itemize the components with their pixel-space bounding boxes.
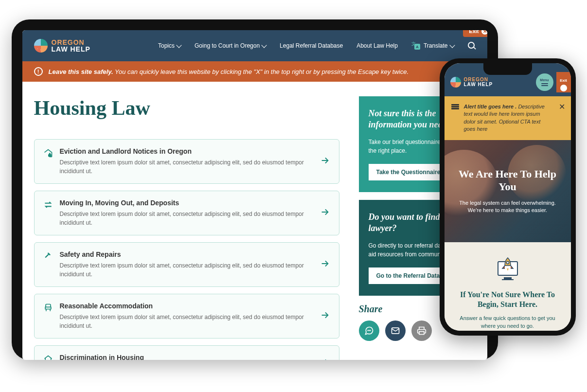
close-icon: ✕ — [481, 30, 487, 35]
card-desc: Descriptive text lorem ipsum dolor sit a… — [60, 313, 313, 330]
site-header: Exit ✕ OREGON LAW HELP Topics Going to C… — [22, 30, 487, 61]
phone-cta-section: If You're Not Sure Where To Begin, Start… — [445, 242, 571, 331]
card-desc: Descriptive text lorem ipsum dolor sit a… — [60, 158, 313, 176]
chair-icon — [43, 303, 53, 315]
hero-body: The legal system can feel overwhelming. … — [454, 199, 561, 214]
safety-alert-banner: ! Leave this site safely. You can quickl… — [22, 61, 487, 82]
svg-rect-7 — [504, 277, 512, 279]
hammer-icon — [43, 251, 53, 263]
card-desc: Descriptive text lorem ipsum dolor sit a… — [60, 261, 313, 279]
hero-title: We Are Here To Help You — [454, 168, 561, 194]
topic-card-eviction[interactable]: Eviction and Landlord Notices in OregonD… — [34, 139, 339, 184]
arrow-right-icon — [320, 357, 330, 360]
svg-rect-0 — [48, 155, 51, 157]
arrow-right-icon — [320, 207, 330, 219]
chevron-down-icon — [176, 42, 181, 48]
phone-header: OREGONLAW HELP Menu Exit ✕ — [445, 63, 571, 96]
card-title: Eviction and Landlord Notices in Oregon — [60, 147, 313, 155]
phone-exit-button[interactable]: Exit ✕ — [556, 72, 571, 92]
tablet-screen: Exit ✕ OREGON LAW HELP Topics Going to C… — [22, 30, 487, 360]
phone-alert-text: Alert title goes here . Descriptive text… — [464, 103, 553, 133]
take-questionnaire-button[interactable]: Take the Questionnaire — [369, 164, 448, 180]
chevron-down-icon — [261, 42, 267, 48]
nav-court[interactable]: Going to Court in Oregon — [195, 42, 266, 49]
tablet-device: Exit ✕ OREGON LAW HELP Topics Going to C… — [12, 19, 498, 360]
topic-card-safety[interactable]: Safety and RepairsDescriptive text lorem… — [34, 242, 339, 287]
logo-text: OREGON LAW HELP — [52, 39, 90, 53]
topic-card-discrimination[interactable]: Discrimination in HousingDescriptive tex… — [34, 345, 339, 360]
nav-about[interactable]: About Law Help — [356, 42, 398, 49]
logo-icon — [34, 39, 48, 53]
phone-alert-banner: Alert title goes here . Descriptive text… — [445, 96, 571, 140]
close-icon: ✕ — [560, 85, 567, 91]
transfer-icon — [43, 200, 53, 212]
nav-referral[interactable]: Legal Referral Database — [280, 42, 343, 49]
share-email-button[interactable] — [385, 321, 406, 341]
main-nav: Topics Going to Court in Oregon Legal Re… — [158, 42, 475, 50]
topic-card-accommodation[interactable]: Reasonable AccommodationDescriptive text… — [34, 294, 339, 339]
alert-icon: ! — [34, 67, 43, 76]
card-desc: Descriptive text lorem ipsum dolor sit a… — [60, 210, 313, 227]
nav-translate[interactable]: Translate — [411, 42, 454, 50]
house-icon — [43, 355, 53, 360]
svg-point-1 — [368, 330, 368, 331]
svg-rect-5 — [419, 331, 424, 334]
rocket-icon — [493, 254, 522, 281]
exit-label: Exit — [469, 30, 479, 34]
page-content: Housing Law Eviction and Landlord Notice… — [22, 82, 487, 360]
chevron-down-icon — [449, 42, 455, 48]
topic-card-moving[interactable]: Moving In, Moving Out, and DepositsDescr… — [34, 191, 339, 235]
card-title: Reasonable Accommodation — [60, 302, 313, 310]
phone-screen: OREGONLAW HELP Menu Exit ✕ Alert title g… — [445, 63, 571, 331]
card-title: Discrimination in Housing — [60, 354, 313, 360]
nav-topics[interactable]: Topics — [158, 42, 181, 49]
share-print-button[interactable] — [411, 321, 432, 341]
phone-hero: We Are Here To Help You The legal system… — [445, 140, 571, 242]
svg-rect-8 — [502, 279, 514, 280]
alert-text: Leave this site safely. You can quickly … — [49, 68, 409, 75]
site-logo[interactable]: OREGON LAW HELP — [34, 39, 90, 53]
phone-logo[interactable]: OREGONLAW HELP — [450, 77, 493, 88]
cta-title: If You're Not Sure Where To Begin, Start… — [454, 290, 561, 310]
svg-point-3 — [370, 330, 371, 331]
main-column: Housing Law Eviction and Landlord Notice… — [34, 96, 339, 360]
page-title: Housing Law — [34, 96, 339, 120]
share-chat-button[interactable] — [359, 321, 379, 341]
svg-point-9 — [506, 261, 509, 264]
menu-button[interactable]: Menu — [536, 73, 553, 91]
hamburger-icon — [541, 83, 548, 86]
arrow-right-icon — [320, 310, 330, 322]
close-icon[interactable]: ✕ — [559, 102, 565, 111]
house-lock-icon — [43, 148, 53, 160]
search-icon[interactable] — [468, 42, 476, 50]
translate-icon — [411, 42, 420, 50]
phone-device: OREGONLAW HELP Menu Exit ✕ Alert title g… — [440, 58, 576, 336]
cta-body: Answer a few quick questions to get you … — [454, 315, 561, 330]
svg-point-2 — [369, 330, 369, 331]
arrow-right-icon — [320, 258, 330, 271]
arrow-right-icon — [320, 155, 330, 168]
logo-icon — [450, 77, 461, 88]
card-title: Safety and Repairs — [60, 250, 313, 258]
exit-button[interactable]: Exit ✕ — [463, 30, 487, 37]
calendar-icon — [451, 104, 459, 112]
card-title: Moving In, Moving Out, and Deposits — [60, 199, 313, 207]
